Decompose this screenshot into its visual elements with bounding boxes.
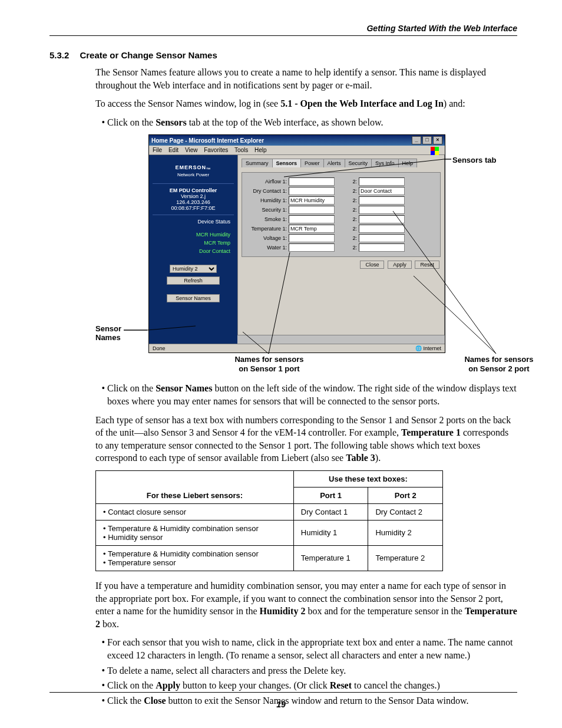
input-humidity2[interactable] bbox=[359, 196, 405, 205]
bullet-list-top: Click on the Sensors tab at the top of t… bbox=[95, 116, 517, 129]
b5-c: button to keep your changes. (Or click bbox=[180, 680, 330, 690]
sensor-names-button[interactable]: Sensor Names bbox=[167, 294, 220, 302]
lbl-drycontact2: 2: bbox=[352, 188, 357, 194]
window-buttons: _□× bbox=[411, 136, 442, 144]
b1-a: Click on the bbox=[107, 117, 156, 127]
sensor-grid: Airflow 1: Dry Contact 1: Humidity 1: Se… bbox=[242, 172, 441, 257]
tab-security[interactable]: Security bbox=[345, 159, 372, 167]
windows-logo-icon bbox=[431, 147, 439, 155]
bullet-delete-name: To delete a name, select all characters … bbox=[107, 664, 517, 677]
input-humidity1[interactable] bbox=[289, 196, 335, 205]
table-row: • Temperature & Humidity combination sen… bbox=[96, 520, 443, 545]
b5-e: to cancel the changes.) bbox=[352, 680, 440, 690]
brand-text: EMERSON bbox=[175, 164, 206, 170]
paragraph-2: To access the Sensor Names window, log i… bbox=[95, 97, 517, 110]
cell-r1c1: • Temperature & Humidity combination sen… bbox=[96, 520, 294, 545]
tab-power[interactable]: Power bbox=[300, 159, 324, 167]
menu-view[interactable]: View bbox=[185, 147, 198, 153]
cell-r0c1: • Contact closure sensor bbox=[96, 503, 294, 520]
sidebar-select[interactable]: Humidity 2 bbox=[170, 265, 217, 273]
bullet-enter-name: For each sensor that you wish to name, c… bbox=[107, 636, 517, 661]
input-water1[interactable] bbox=[289, 243, 335, 252]
sidebar-ip: 126.4.203.246 bbox=[153, 199, 234, 205]
input-voltage1[interactable] bbox=[289, 234, 335, 242]
refresh-button[interactable]: Refresh bbox=[167, 276, 220, 285]
input-smoke2[interactable] bbox=[359, 215, 405, 223]
input-temperature2[interactable] bbox=[359, 225, 405, 233]
bottom-rule bbox=[49, 692, 517, 693]
tab-alerts[interactable]: Alerts bbox=[323, 159, 345, 167]
menu-file[interactable]: File bbox=[153, 147, 162, 153]
p3-d: Table 3 bbox=[346, 453, 375, 463]
lbl-temperature2: 2: bbox=[352, 226, 357, 232]
status-right: 🌐 Internet bbox=[415, 345, 441, 351]
input-security2[interactable] bbox=[359, 206, 405, 214]
bullet-sensors-tab: Click on the Sensors tab at the top of t… bbox=[107, 116, 517, 129]
ie-window: Home Page - Microsoft Internet Explorer … bbox=[148, 134, 445, 353]
cell-r0c2: Dry Contact 1 bbox=[293, 503, 368, 520]
cell-r2c2: Temperature 1 bbox=[293, 545, 368, 571]
bullet-apply: Click on the Apply button to keep your c… bbox=[107, 679, 517, 692]
p3-b: Temperature 1 bbox=[401, 427, 461, 437]
lbl-security1: Security 1: bbox=[247, 207, 287, 213]
input-smoke1[interactable] bbox=[289, 215, 335, 223]
brand-tm: ™ bbox=[206, 167, 211, 172]
menu-favorites[interactable]: Favorites bbox=[204, 147, 228, 153]
close-icon[interactable]: × bbox=[433, 136, 442, 144]
close-button[interactable]: Close bbox=[360, 261, 384, 269]
paragraph-3: Each type of sensor has a text box with … bbox=[95, 414, 517, 465]
lbl-voltage2: 2: bbox=[352, 235, 357, 241]
input-security1[interactable] bbox=[289, 206, 335, 214]
lbl-smoke2: 2: bbox=[352, 216, 357, 222]
cell-r0c3: Dry Contact 2 bbox=[368, 503, 443, 520]
th-port1: Port 1 bbox=[293, 487, 368, 503]
input-temperature1[interactable] bbox=[289, 225, 335, 233]
callout-sensor-names: SensorNames bbox=[95, 324, 121, 342]
th-sensors: For these Liebert sensors: bbox=[96, 470, 294, 503]
bullet-sensor-names-btn: Click on the Sensor Names button on the … bbox=[107, 382, 517, 407]
port-table: For these Liebert sensors: Use these tex… bbox=[95, 470, 443, 571]
input-airflow2[interactable] bbox=[359, 177, 405, 186]
section-number: 5.3.2 bbox=[49, 50, 69, 60]
tab-sysinfo[interactable]: Sys Info bbox=[371, 159, 399, 167]
tab-help[interactable]: Help bbox=[398, 159, 418, 167]
status-humidity: MCR Humidity bbox=[153, 230, 230, 239]
tab-sensors[interactable]: Sensors bbox=[272, 159, 302, 167]
callout-sensors-tab: Sensors tab bbox=[452, 156, 496, 164]
lbl-airflow2: 2: bbox=[352, 179, 357, 185]
running-head: Getting Started With the Web Interface bbox=[49, 24, 517, 33]
status-temp: MCR Temp bbox=[153, 239, 230, 247]
input-voltage2[interactable] bbox=[359, 234, 405, 242]
screenshot-wrap: Home Page - Microsoft Internet Explorer … bbox=[95, 134, 517, 370]
maximize-icon[interactable]: □ bbox=[422, 136, 432, 144]
sensor-col-1: Airflow 1: Dry Contact 1: Humidity 1: Se… bbox=[247, 177, 335, 252]
brand-sub: Network Power bbox=[153, 172, 234, 177]
ie-title-bar: Home Page - Microsoft Internet Explorer … bbox=[149, 135, 445, 146]
lbl-humidity1: Humidity 1: bbox=[247, 197, 287, 203]
lbl-humidity2: 2: bbox=[352, 197, 357, 203]
menu-tools[interactable]: Tools bbox=[234, 147, 248, 153]
reset-button[interactable]: Reset bbox=[415, 261, 439, 269]
p4-b: Humidity 2 bbox=[260, 606, 306, 616]
tabs: Summary Sensors Power Alerts Security Sy… bbox=[242, 159, 441, 167]
apply-button[interactable]: Apply bbox=[388, 261, 412, 269]
status-list: MCR Humidity MCR Temp Door Contact bbox=[153, 230, 234, 255]
b1-b: Sensors bbox=[156, 117, 186, 127]
lbl-drycontact1: Dry Contact 1: bbox=[247, 188, 287, 194]
tab-summary[interactable]: Summary bbox=[242, 159, 273, 167]
ie-status-bar: Done 🌐 Internet bbox=[149, 344, 445, 353]
sidebar: EMERSON™ Network Power EM PDU Controller… bbox=[149, 155, 237, 344]
input-drycontact1[interactable] bbox=[289, 187, 335, 195]
input-airflow1[interactable] bbox=[289, 177, 335, 186]
sidebar-mac: 00:08:67:FF:F7:0E bbox=[153, 205, 234, 211]
cell-r2c3: Temperature 2 bbox=[368, 545, 443, 571]
table-row: • Temperature & Humidity combination sen… bbox=[96, 545, 443, 571]
input-water2[interactable] bbox=[359, 243, 405, 252]
minimize-icon[interactable]: _ bbox=[412, 136, 421, 144]
page-number: 19 bbox=[0, 700, 562, 709]
input-drycontact2[interactable] bbox=[359, 187, 405, 195]
lbl-security2: 2: bbox=[352, 207, 357, 213]
menu-help[interactable]: Help bbox=[254, 147, 267, 153]
cell-r1c2: Humidity 1 bbox=[293, 520, 368, 545]
menu-edit[interactable]: Edit bbox=[168, 147, 178, 153]
